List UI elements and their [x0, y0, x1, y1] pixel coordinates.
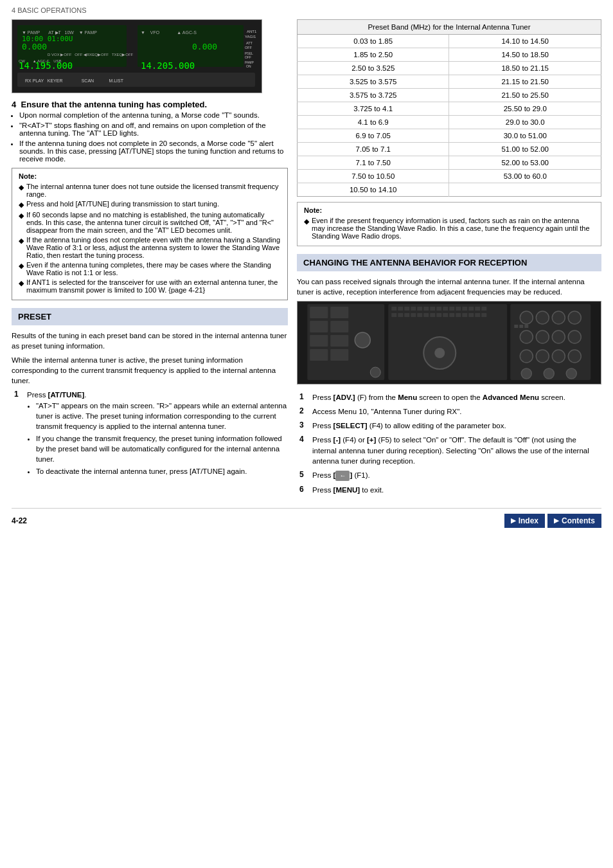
svg-rect-26	[310, 335, 328, 347]
antenna-table-cell-right: 53.00 to 60.0	[449, 170, 601, 183]
bullet-item: If the antenna tuning does not complete …	[19, 140, 288, 163]
reception-step-content-4: Press [-] (F4) or [+] (F5) to select "On…	[312, 435, 601, 466]
antenna-table-cell-right: 14.10 to 14.50	[449, 35, 601, 48]
antenna-table-row: 3.575 to 3.72521.50 to 25.50	[298, 89, 601, 102]
svg-rect-57	[436, 313, 441, 317]
antenna-table-cell-right: 25.50 to 29.0	[449, 102, 601, 116]
antenna-table-cell-left: 3.725 to 4.1	[298, 102, 449, 116]
nav-buttons[interactable]: ▶ Index ▶ Contents	[504, 514, 601, 528]
reception-step-num-4: 4	[299, 435, 308, 466]
note-item-2: ◆ Press and hold [AT/TUNE] during transm…	[19, 200, 281, 209]
svg-rect-30	[330, 335, 348, 347]
svg-point-85	[566, 368, 576, 379]
svg-rect-46	[462, 307, 467, 311]
antenna-table-cell-right: 18.50 to 21.15	[449, 62, 601, 75]
index-button[interactable]: ▶ Index	[504, 514, 545, 528]
svg-rect-80	[514, 325, 518, 328]
antenna-table-cell-left: 7.1 to 7.50	[298, 156, 449, 170]
svg-text:▼ PAMP       AT ▶T   10W    ▼ : ▼ PAMP AT ▶T 10W ▼ PAMP	[22, 30, 97, 35]
svg-rect-31	[330, 349, 348, 361]
svg-text:OFF: OFF	[245, 46, 253, 50]
antenna-table-cell-left: 3.525 to 3.575	[298, 75, 449, 89]
svg-rect-55	[423, 313, 429, 317]
svg-rect-54	[417, 313, 422, 317]
svg-rect-82	[524, 325, 528, 328]
svg-point-83	[521, 368, 531, 379]
preset-text1: Results of the tuning in each preset ban…	[12, 330, 288, 351]
svg-text:0.000: 0.000	[192, 42, 217, 51]
svg-rect-51	[398, 313, 403, 317]
device-image-bottom	[297, 301, 601, 384]
right-diamond-icon: ◆	[304, 217, 309, 240]
preset-step-num-1: 1	[14, 390, 23, 478]
contents-label: Contents	[562, 516, 595, 525]
device-image-top: ▼ PAMP AT ▶T 10W ▼ PAMP 10:00 01:00U 0.0…	[12, 19, 262, 93]
svg-rect-36	[398, 307, 403, 311]
svg-rect-53	[411, 313, 416, 317]
antenna-table-cell-left: 7.50 to 10.50	[298, 170, 449, 183]
antenna-table-row: 1.85 to 2.5014.50 to 18.50	[298, 48, 601, 62]
antenna-table-cell-left: 1.85 to 2.50	[298, 48, 449, 62]
svg-rect-43	[443, 307, 448, 311]
svg-rect-56	[430, 313, 435, 317]
svg-rect-27	[310, 349, 328, 361]
svg-rect-38	[411, 307, 416, 311]
reception-step-content-1: Press [ADV.] (F) from the Menu screen to…	[312, 392, 601, 402]
index-label: Index	[519, 516, 538, 525]
svg-text:0.000: 0.000	[22, 42, 47, 51]
bullet-item: "R<AT>T" stops flashing on and off, and …	[19, 122, 288, 137]
antenna-table-cell-left: 0.03 to 1.85	[298, 35, 449, 48]
reception-step-num-2: 2	[299, 406, 308, 417]
antenna-table-row: 2.50 to 3.52518.50 to 21.15	[298, 62, 601, 75]
antenna-table-row: 10.50 to 14.10	[298, 183, 601, 197]
antenna-table-row: 0.03 to 1.8514.10 to 14.50	[298, 35, 601, 48]
svg-rect-45	[456, 307, 461, 311]
svg-rect-35	[391, 307, 396, 311]
reception-step-content-6: Press [MENU] to exit.	[312, 485, 601, 495]
bottom-nav: 4-22 ▶ Index ▶ Contents	[12, 508, 601, 528]
svg-point-68	[520, 311, 533, 324]
right-note-item: ◆ Even if the present frequency informat…	[304, 217, 594, 240]
antenna-table-row: 4.1 to 6.929.0 to 30.0	[298, 116, 601, 129]
reception-step-content-5: Press [←] (F1).	[312, 470, 601, 481]
svg-rect-39	[417, 307, 422, 311]
section2-heading: CHANGING THE ANTENNA BEHAVIOR FOR RECEPT…	[297, 254, 601, 271]
svg-point-72	[520, 330, 533, 343]
svg-rect-44	[449, 307, 454, 311]
antenna-table-cell-right: 21.50 to 25.50	[449, 89, 601, 102]
bullet-item: Upon normal completion of the antenna tu…	[19, 111, 288, 119]
svg-text:14.205.000: 14.205.000	[141, 60, 195, 71]
step4-bullets: Upon normal completion of the antenna tu…	[19, 111, 288, 163]
reception-step-row-5: 5 Press [←] (F1).	[299, 470, 601, 481]
svg-rect-63	[475, 313, 480, 317]
reception-step-row-1: 1 Press [ADV.] (F) from the Menu screen …	[299, 392, 601, 402]
reception-step-content-2: Access Menu 10, "Antenna Tuner during RX…	[312, 406, 601, 417]
antenna-table-cell-left: 6.9 to 7.05	[298, 129, 449, 143]
svg-rect-60	[456, 313, 461, 317]
svg-text:YAGI1: YAGI1	[245, 35, 256, 39]
svg-rect-61	[462, 313, 467, 317]
svg-point-71	[568, 311, 581, 324]
antenna-table-cell-left: 2.50 to 3.525	[298, 62, 449, 75]
contents-button[interactable]: ▶ Contents	[547, 514, 601, 528]
reception-step-row-3: 3 Press [SELECT] (F4) to allow editing o…	[299, 420, 601, 431]
antenna-table-cell-right: 29.0 to 30.0	[449, 116, 601, 129]
svg-text:ANT1: ANT1	[247, 30, 257, 33]
note-item-5: ◆ Even if the antenna tuning completes, …	[19, 261, 281, 276]
svg-rect-50	[391, 313, 396, 317]
svg-rect-25	[310, 321, 328, 332]
page-header: 4 BASIC OPERATIONS	[12, 6, 601, 14]
svg-point-74	[552, 330, 565, 343]
preset-heading: PRESET	[12, 308, 288, 325]
svg-rect-28	[330, 307, 348, 318]
antenna-table-row: 7.05 to 7.151.00 to 52.00	[298, 143, 601, 156]
diamond-icon-1: ◆	[19, 183, 24, 198]
svg-point-84	[544, 368, 554, 379]
preset-sub-bullet-1: "AT>T" appears on the main screen. "R>" …	[36, 401, 288, 431]
antenna-table-row: 7.1 to 7.5052.00 to 53.00	[298, 156, 601, 170]
preset-sub-bullet-2: If you change the transmit frequency, th…	[36, 433, 288, 464]
note-item-3: ◆ If 60 seconds lapse and no matching is…	[19, 211, 281, 234]
reception-step-row-6: 6 Press [MENU] to exit.	[299, 485, 601, 495]
f1-button-inline: ←	[335, 471, 350, 481]
svg-point-66	[434, 348, 445, 358]
